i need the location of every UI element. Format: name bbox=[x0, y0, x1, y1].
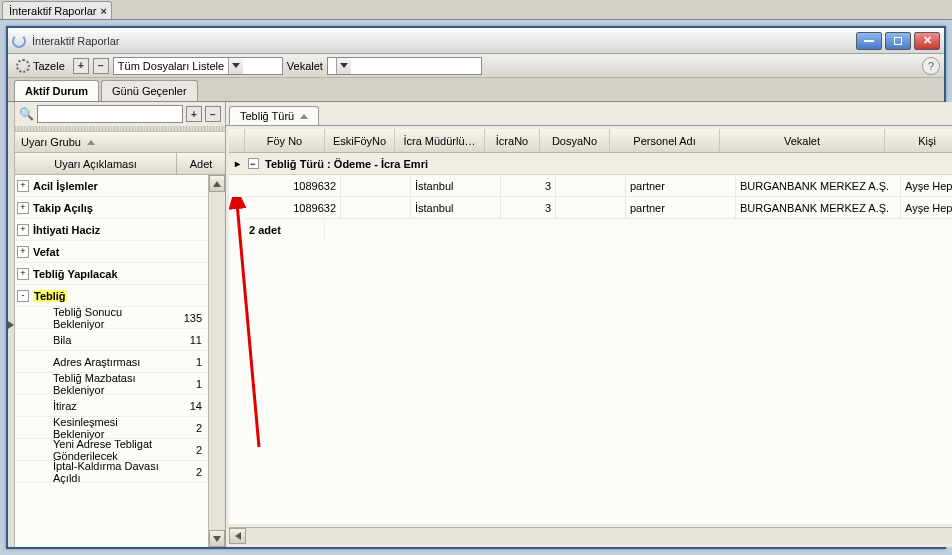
summary-count: 2 adet bbox=[245, 219, 325, 241]
expand-icon[interactable]: + bbox=[17, 180, 29, 192]
summary-row: 2 adet bbox=[229, 219, 952, 241]
window-title: İnteraktif Raporlar bbox=[32, 35, 856, 47]
sort-asc-icon bbox=[300, 114, 308, 119]
search-collapse-button[interactable]: − bbox=[205, 106, 221, 122]
horizontal-scrollbar[interactable] bbox=[229, 527, 952, 544]
expand-icon[interactable]: + bbox=[17, 268, 29, 280]
outer-tab[interactable]: İnteraktif Raporlar × bbox=[2, 1, 112, 19]
col-personel-adi[interactable]: Personel Adı bbox=[610, 129, 720, 152]
tree-group-row[interactable]: -Tebliğ bbox=[15, 285, 208, 307]
row-label: Acil İşlemler bbox=[31, 180, 160, 192]
cell-dosya-no bbox=[556, 197, 626, 219]
cell-icra-mudurlugu: İstanbul bbox=[411, 197, 501, 219]
cell-eski-foy-no bbox=[341, 175, 411, 197]
scroll-track[interactable] bbox=[246, 528, 952, 544]
tab-label: Günü Geçenler bbox=[112, 85, 187, 97]
row-label: Tebliğ bbox=[31, 290, 160, 302]
cell-personel: partner bbox=[626, 175, 736, 197]
tree-item-row[interactable]: İptal-Kaldırma Davası Açıldı2 bbox=[15, 461, 208, 483]
col-icra-mudurlugu[interactable]: İcra Müdürlü… bbox=[395, 129, 485, 152]
search-icon: 🔍 bbox=[19, 107, 34, 121]
tree-item-row[interactable]: Bila11 bbox=[15, 329, 208, 351]
chevron-down-icon bbox=[336, 58, 351, 74]
chevron-down-icon bbox=[228, 58, 243, 74]
row-label: Adres Araştırması bbox=[31, 356, 160, 368]
refresh-button[interactable]: Tazele bbox=[12, 58, 69, 74]
tree-group-row[interactable]: +Acil İşlemler bbox=[15, 175, 208, 197]
left-panel: 🔍 + − Uyarı Grubu Uyarı Açıklaması Adet … bbox=[15, 102, 226, 547]
col-kisi[interactable]: Kişi bbox=[885, 129, 952, 152]
cell-foy-no: 1089632 bbox=[245, 197, 341, 219]
search-expand-button[interactable]: + bbox=[186, 106, 202, 122]
inner-window: İnteraktif Raporlar ✕ Tazele + − Tüm Dos… bbox=[6, 26, 946, 549]
search-input[interactable] bbox=[37, 105, 183, 123]
col-uyari-aciklamasi[interactable]: Uyarı Açıklaması bbox=[15, 153, 177, 174]
col-adet[interactable]: Adet bbox=[177, 153, 225, 174]
scroll-down-button[interactable] bbox=[209, 530, 225, 547]
help-button[interactable]: ? bbox=[922, 57, 940, 75]
tree-item-row[interactable]: Yeni Adrese Tebligat Gönderilecek2 bbox=[15, 439, 208, 461]
tree-group-row[interactable]: +Takip Açılış bbox=[15, 197, 208, 219]
row-label: Takip Açılış bbox=[31, 202, 160, 214]
tree-item-row[interactable]: Adres Araştırması1 bbox=[15, 351, 208, 373]
tree-group-row[interactable]: +Vefat bbox=[15, 241, 208, 263]
close-icon[interactable]: × bbox=[100, 5, 106, 17]
cell-kisi: Ayşe Hepgüle bbox=[901, 197, 952, 219]
tree-item-row[interactable]: Tebliğ Sonucu Bekleniyor135 bbox=[15, 307, 208, 329]
tab-gunu-gecenler[interactable]: Günü Geçenler bbox=[101, 80, 198, 101]
table-row[interactable]: 1089632İstanbul3partnerBURGANBANK MERKEZ… bbox=[229, 197, 952, 219]
tab-teblig-turu[interactable]: Tebliğ Türü bbox=[229, 106, 319, 125]
indicator-col bbox=[229, 129, 245, 152]
close-button[interactable]: ✕ bbox=[914, 32, 940, 50]
content-area: 🔍 + − Uyarı Grubu Uyarı Açıklaması Adet … bbox=[8, 102, 944, 547]
maximize-button[interactable] bbox=[885, 32, 911, 50]
vekalet-dropdown[interactable] bbox=[327, 57, 482, 75]
collapse-all-button[interactable]: − bbox=[93, 58, 109, 74]
refresh-icon bbox=[16, 59, 30, 73]
row-label: Tebliğ Sonucu Bekleniyor bbox=[31, 306, 160, 330]
collapse-icon[interactable]: - bbox=[17, 290, 29, 302]
table-row[interactable]: 1089632İstanbul3partnerBURGANBANK MERKEZ… bbox=[229, 175, 952, 197]
scroll-up-button[interactable] bbox=[209, 175, 225, 192]
tree-item-row[interactable]: İtiraz14 bbox=[15, 395, 208, 417]
outer-tab-label: İnteraktif Raporlar bbox=[9, 5, 96, 17]
vertical-scrollbar[interactable] bbox=[208, 175, 225, 547]
expand-icon[interactable]: + bbox=[17, 224, 29, 236]
vekalet-label: Vekalet bbox=[287, 60, 323, 72]
app-icon bbox=[12, 34, 26, 48]
col-foy-no[interactable]: Föy No bbox=[245, 129, 325, 152]
tree-group-row[interactable]: +Tebliğ Yapılacak bbox=[15, 263, 208, 285]
col-eski-foy-no[interactable]: EskiFöyNo bbox=[325, 129, 395, 152]
row-label: Bila bbox=[31, 334, 160, 346]
tree-list[interactable]: +Acil İşlemler+Takip Açılış+İhtiyati Hac… bbox=[15, 175, 208, 547]
collapse-icon[interactable]: − bbox=[248, 158, 259, 169]
tree-item-row[interactable]: Kesinleşmesi Bekleniyor2 bbox=[15, 417, 208, 439]
group-row[interactable]: ▸ − Tebliğ Türü : Ödeme - İcra Emri bbox=[229, 153, 952, 175]
col-icra-no[interactable]: İcraNo bbox=[485, 129, 540, 152]
file-filter-dropdown[interactable]: Tüm Dosyaları Listele bbox=[113, 57, 283, 75]
row-indicator-icon: ▸ bbox=[229, 158, 245, 169]
row-count: 1 bbox=[160, 378, 208, 390]
group-panel[interactable]: Uyarı Grubu bbox=[15, 131, 225, 153]
row-count: 135 bbox=[160, 312, 208, 324]
search-row: 🔍 + − bbox=[15, 102, 225, 126]
tree-item-row[interactable]: Tebliğ Mazbatası Bekleniyor1 bbox=[15, 373, 208, 395]
tab-aktif-durum[interactable]: Aktif Durum bbox=[14, 80, 99, 101]
row-label: Tebliğ Yapılacak bbox=[31, 268, 160, 280]
minimize-button[interactable] bbox=[856, 32, 882, 50]
row-label: Kesinleşmesi Bekleniyor bbox=[31, 416, 160, 440]
col-dosya-no[interactable]: DosyaNo bbox=[540, 129, 610, 152]
scroll-track[interactable] bbox=[209, 192, 225, 530]
expand-icon[interactable]: + bbox=[17, 246, 29, 258]
expand-all-button[interactable]: + bbox=[73, 58, 89, 74]
data-grid[interactable]: Föy No EskiFöyNo İcra Müdürlü… İcraNo Do… bbox=[229, 129, 952, 524]
left-collapse-handle[interactable] bbox=[8, 102, 15, 547]
tree-group-row[interactable]: +İhtiyati Haciz bbox=[15, 219, 208, 241]
row-label: Vefat bbox=[31, 246, 160, 258]
expand-icon[interactable]: + bbox=[17, 202, 29, 214]
col-vekalet[interactable]: Vekalet bbox=[720, 129, 885, 152]
scroll-left-button[interactable] bbox=[229, 528, 246, 544]
row-count: 2 bbox=[160, 422, 208, 434]
row-count: 1 bbox=[160, 356, 208, 368]
cell-icra-no: 3 bbox=[501, 197, 556, 219]
